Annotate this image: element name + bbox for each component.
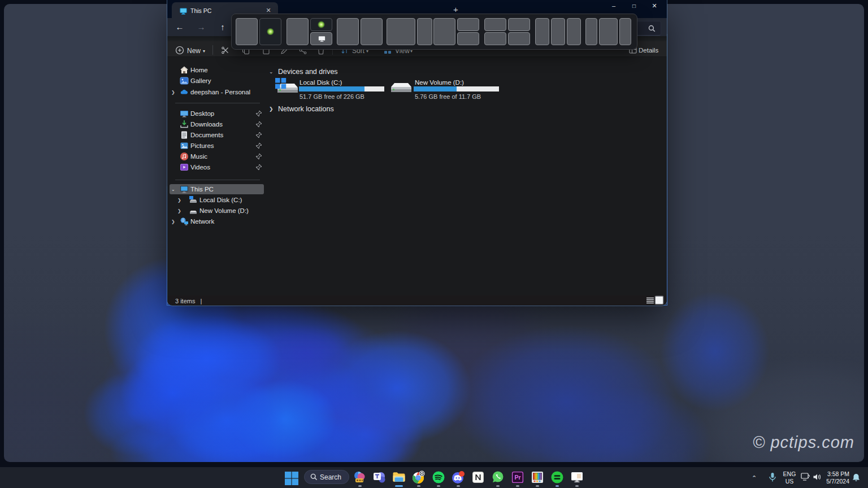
svg-text:Pr: Pr	[514, 474, 520, 481]
